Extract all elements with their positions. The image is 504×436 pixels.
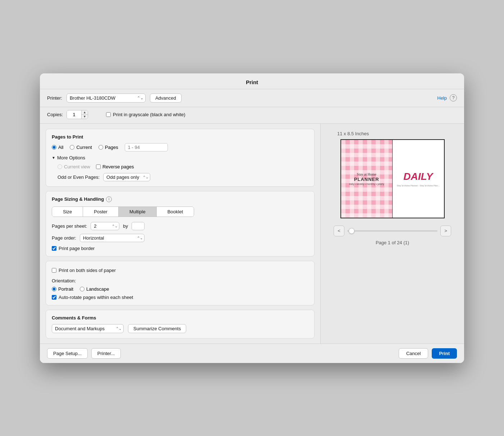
- odd-even-label: Odd or Even Pages:: [58, 174, 100, 180]
- prev-page-button[interactable]: <: [334, 226, 344, 236]
- copies-down-button[interactable]: ▼: [82, 115, 88, 119]
- pps-select[interactable]: 2 4 6 9 16: [91, 222, 119, 230]
- current-view-label: Current view: [64, 164, 90, 169]
- cf-select[interactable]: Document and Markups Document Document a…: [52, 324, 124, 333]
- all-label: All: [58, 145, 63, 150]
- pages-radio-item[interactable]: Pages: [98, 145, 118, 150]
- printer-select-wrapper: Brother HL-3180CDW ⌃⌄: [67, 94, 146, 103]
- print-border-label[interactable]: Print page border: [59, 246, 95, 251]
- footer: Page Setup... Printer... Cancel Print: [40, 344, 464, 363]
- daily-text: DAILY: [403, 171, 433, 182]
- subtitle-text: daily • weekly • monthly • yearly: [349, 183, 384, 185]
- page-info: Page 1 of 24 (1): [376, 240, 409, 245]
- reverse-pages-item[interactable]: Reverse pages: [96, 164, 134, 169]
- auto-rotate-checkbox[interactable]: [52, 295, 56, 300]
- cf-row: Document and Markups Document Document a…: [52, 324, 308, 333]
- landscape-item[interactable]: Landscape: [80, 286, 109, 292]
- preview-nav: < >: [326, 226, 458, 236]
- page-sizing-title-row: Page Sizing & Handling i: [52, 196, 308, 202]
- printer-label: Printer:: [47, 95, 62, 101]
- both-sides-checkbox[interactable]: [52, 268, 56, 273]
- current-view-item: Current view: [58, 164, 90, 169]
- orientation-label: Orientation:: [52, 278, 308, 283]
- more-options-toggle[interactable]: ▼ More Options: [52, 155, 308, 160]
- preview-size-label: 11 x 8.5 Inches: [326, 131, 369, 136]
- page-slider[interactable]: [347, 230, 437, 232]
- landscape-radio[interactable]: [80, 287, 84, 291]
- copies-label: Copies:: [47, 112, 63, 117]
- summarize-button[interactable]: Summarize Comments: [128, 324, 186, 333]
- printer-select[interactable]: Brother HL-3180CDW: [67, 94, 146, 103]
- reverse-pages-label: Reverse pages: [102, 164, 134, 169]
- print-border-row: Print page border: [52, 246, 308, 251]
- grayscale-area: Print in grayscale (black and white): [106, 112, 185, 117]
- current-radio-item[interactable]: Current: [70, 145, 92, 150]
- more-options-label: More Options: [57, 155, 85, 160]
- copies-arrows: ▲ ▼: [81, 110, 88, 119]
- left-panel: Pages to Print All Current Pages: [40, 124, 320, 344]
- sizing-tabs: Size Poster Multiple Booklet: [52, 206, 194, 217]
- orientation-row: Portrait Landscape: [52, 286, 308, 292]
- all-radio-item[interactable]: All: [52, 145, 63, 150]
- current-radio[interactable]: [70, 145, 74, 150]
- help-link[interactable]: Help: [437, 95, 447, 101]
- dialog-title: Print: [246, 79, 258, 85]
- tab-poster[interactable]: Poster: [83, 207, 119, 217]
- odd-even-row: Odd or Even Pages: Odd pages only Even p…: [58, 173, 308, 181]
- copies-row: Copies: ▲ ▼ Print in grayscale (black an…: [40, 107, 464, 124]
- grayscale-label[interactable]: Print in grayscale (black and white): [113, 112, 185, 117]
- help-circle-icon[interactable]: ?: [450, 94, 457, 101]
- grayscale-checkbox[interactable]: [106, 112, 111, 117]
- advanced-button[interactable]: Advanced: [150, 94, 182, 103]
- orientation-group: Orientation: Portrait Landscape: [52, 278, 308, 300]
- odd-even-select[interactable]: Odd pages only Even pages only All pages: [103, 173, 150, 181]
- copies-input[interactable]: [67, 111, 81, 118]
- copies-input-wrap: ▲ ▼: [67, 110, 88, 119]
- preview-footer-text: Stay at Home Planner - Stay at Home Plan…: [397, 185, 440, 187]
- page-setup-button[interactable]: Page Setup...: [47, 348, 88, 359]
- pages-to-print-title: Pages to Print: [52, 134, 308, 140]
- auto-rotate-row: Auto-rotate pages within each sheet: [52, 295, 308, 300]
- printer-row: Printer: Brother HL-3180CDW ⌃⌄ Advanced …: [40, 89, 464, 107]
- more-options-row1: Current view Reverse pages: [58, 164, 308, 169]
- preview-image: Stay at Home PLANNER daily • weekly • mo…: [340, 139, 445, 218]
- by-label: by: [123, 223, 128, 229]
- preview-right-page: DAILY Stay at Home Planner - Stay at Hom…: [393, 140, 444, 218]
- tab-size[interactable]: Size: [52, 207, 83, 217]
- page-sizing-section: Page Sizing & Handling i Size Poster Mul…: [46, 191, 315, 256]
- cancel-button[interactable]: Cancel: [399, 348, 428, 359]
- by-input[interactable]: [132, 222, 145, 230]
- portrait-radio[interactable]: [52, 287, 56, 291]
- tab-multiple[interactable]: Multiple: [119, 207, 157, 217]
- printer-button[interactable]: Printer...: [91, 348, 121, 359]
- auto-rotate-label[interactable]: Auto-rotate pages within each sheet: [59, 295, 133, 300]
- portrait-item[interactable]: Portrait: [52, 286, 73, 292]
- landscape-label: Landscape: [86, 286, 109, 292]
- page-order-select[interactable]: Horizontal Horizontal reversed Vertical …: [80, 234, 145, 242]
- orientation-section: Print on both sides of paper Orientation…: [46, 261, 315, 305]
- portrait-label: Portrait: [58, 286, 73, 292]
- more-options-content: Current view Reverse pages Odd or Even P…: [52, 164, 308, 181]
- main-content: Pages to Print All Current Pages: [40, 124, 464, 344]
- pages-range-input[interactable]: [125, 143, 168, 151]
- comments-forms-title: Comments & Forms: [52, 315, 308, 321]
- page-slider-thumb: [349, 228, 354, 234]
- both-sides-label[interactable]: Print on both sides of paper: [59, 268, 116, 273]
- pages-radio-row: All Current Pages: [52, 143, 308, 151]
- print-button[interactable]: Print: [432, 348, 457, 359]
- pages-radio[interactable]: [98, 145, 103, 150]
- print-dialog: Print Printer: Brother HL-3180CDW ⌃⌄ Adv…: [40, 73, 464, 363]
- print-border-checkbox[interactable]: [52, 246, 56, 251]
- all-radio[interactable]: [52, 145, 56, 150]
- copies-up-button[interactable]: ▲: [82, 110, 88, 115]
- page-order-row: Page order: Horizontal Horizontal revers…: [52, 234, 308, 242]
- page-sizing-title: Page Sizing & Handling: [52, 196, 104, 202]
- pages-label: Pages: [105, 145, 118, 150]
- pages-per-sheet-row: Pages per sheet: 2 4 6 9 16 ⌃⌄ by: [52, 222, 308, 230]
- info-icon[interactable]: i: [106, 196, 112, 202]
- preview-left-text: Stay at Home PLANNER daily • weekly • mo…: [349, 172, 384, 185]
- tab-booklet[interactable]: Booklet: [157, 207, 194, 217]
- next-page-button[interactable]: >: [440, 226, 451, 236]
- current-view-radio: [58, 164, 62, 169]
- reverse-pages-checkbox[interactable]: [96, 164, 101, 169]
